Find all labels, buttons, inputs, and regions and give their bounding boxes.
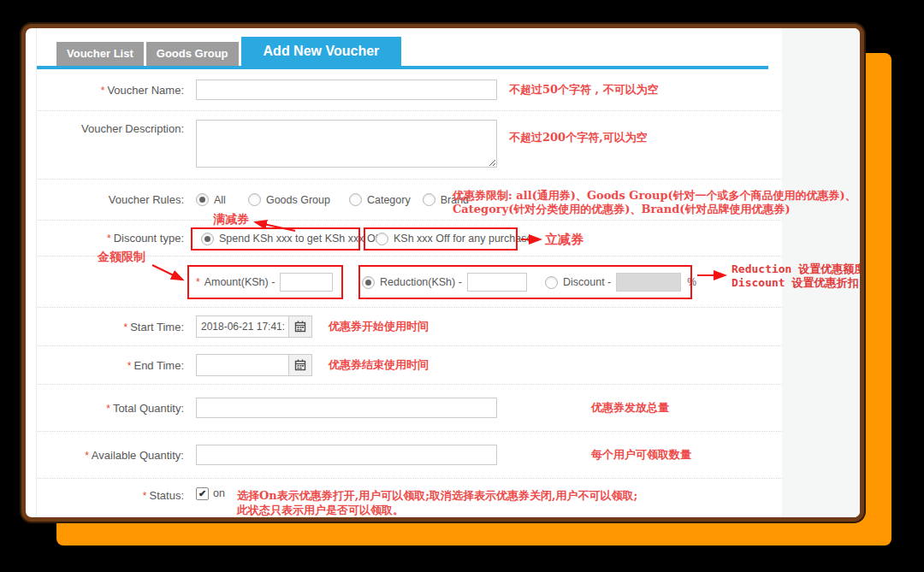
- required-marker: *: [107, 233, 111, 245]
- available-quantity-label: *Available Quantity:: [37, 449, 191, 462]
- tab-bar: Voucher List Goods Group Add New Voucher: [56, 37, 404, 66]
- discount-option-any-purchase[interactable]: KSh xxx Off for any purchase.: [376, 232, 536, 245]
- tab-goods-group[interactable]: Goods Group: [146, 42, 239, 66]
- status-annotation: 选择On表示优惠券打开,用户可以领取;取消选择表示优惠券关闭,用户不可以领取; …: [237, 488, 637, 517]
- reduction-input[interactable]: [467, 273, 527, 292]
- status-checkbox[interactable]: ✔: [196, 487, 209, 500]
- required-marker: *: [106, 403, 110, 415]
- rule-option-goods-group[interactable]: Goods Group: [248, 193, 330, 206]
- rule-option-category[interactable]: Category: [349, 193, 411, 206]
- required-marker: *: [85, 450, 89, 462]
- end-time-input[interactable]: [196, 354, 288, 376]
- required-marker: *: [123, 321, 127, 333]
- status-label: *Status:: [37, 487, 191, 502]
- start-time-label: *Start Time:: [37, 321, 191, 333]
- discount-label: Discount -: [563, 276, 611, 288]
- amount-input[interactable]: [280, 273, 333, 292]
- radio-brand[interactable]: [423, 193, 435, 206]
- calendar-icon: [294, 359, 306, 371]
- voucher-rules-options: All Goods Group Category Brand: [196, 193, 469, 206]
- voucher-name-annotation: 不超过50个字符 , 不可以为空: [509, 82, 659, 97]
- rule-option-brand[interactable]: Brand: [423, 193, 469, 206]
- voucher-description-label: Voucher Description:: [37, 120, 191, 135]
- required-marker: *: [143, 490, 147, 502]
- total-quantity-input[interactable]: [196, 398, 497, 418]
- radio-goods-group[interactable]: [248, 193, 261, 206]
- available-quantity-row: *Available Quantity: 每个用户可领取数量: [37, 432, 782, 479]
- reduction-group: Reduction(KSh) -: [362, 272, 527, 292]
- calendar-icon: [294, 321, 306, 333]
- end-time-row: *End Time: 优惠券结束使用时间: [37, 346, 782, 385]
- start-time-row: *Start Time: 优惠券开始使用时间: [37, 308, 782, 346]
- voucher-rules-row: Voucher Rules: All Goods Group Category …: [37, 180, 782, 221]
- discount-group: Discount - %: [545, 272, 696, 292]
- end-time-calendar-button[interactable]: [288, 354, 312, 376]
- end-time-annotation: 优惠券结束使用时间: [329, 357, 429, 373]
- rule-option-all[interactable]: All: [196, 193, 226, 206]
- start-time-annotation: 优惠券开始使用时间: [329, 319, 429, 334]
- radio-spend-to-get-off[interactable]: [201, 233, 214, 245]
- percent-sign: %: [687, 276, 696, 288]
- start-time-group: [196, 315, 312, 338]
- discount-input[interactable]: [616, 273, 681, 292]
- end-time-group: [196, 354, 312, 376]
- right-gutter-panel: [781, 28, 860, 517]
- app-window: Voucher List Goods Group Add New Voucher…: [21, 24, 864, 522]
- start-time-calendar-button[interactable]: [288, 315, 312, 338]
- status-row: *Status: ✔ on 选择On表示优惠券打开,用户可以领取;取消选择表示优…: [37, 479, 782, 522]
- amount-label: Amount(KSh) -: [204, 276, 275, 288]
- voucher-rules-label: Voucher Rules:: [37, 193, 191, 206]
- radio-all[interactable]: [196, 193, 209, 206]
- reduction-label: Reduction(KSh) -: [380, 276, 462, 288]
- discount-type-row: *Discount type: Spend KSh xxx to get KSh…: [37, 221, 782, 257]
- required-marker: *: [196, 276, 200, 288]
- total-quantity-annotation: 优惠券发放总量: [591, 400, 669, 416]
- radio-category[interactable]: [349, 193, 362, 206]
- discount-type-label: *Discount type:: [37, 232, 191, 245]
- add-voucher-form: *Voucher Name: 不超过50个字符 , 不可以为空 Voucher …: [37, 69, 782, 522]
- voucher-description-annotation: 不超过200个字符,可以为空: [509, 130, 648, 145]
- form-panel: Voucher List Goods Group Add New Voucher…: [36, 28, 782, 517]
- radio-off-any-purchase[interactable]: [376, 233, 388, 245]
- start-time-input[interactable]: [196, 315, 288, 338]
- amount-group: * Amount(KSh) -: [196, 272, 333, 292]
- required-marker: *: [101, 85, 105, 97]
- radio-discount[interactable]: [545, 276, 558, 289]
- voucher-name-row: *Voucher Name: 不超过50个字符 , 不可以为空: [37, 69, 782, 111]
- voucher-name-input[interactable]: [196, 80, 497, 100]
- total-quantity-row: *Total Quantity: 优惠券发放总量: [37, 385, 782, 432]
- required-marker: *: [127, 360, 132, 372]
- voucher-name-label: *Voucher Name:: [37, 84, 191, 97]
- tab-voucher-list[interactable]: Voucher List: [56, 42, 144, 66]
- voucher-description-row: Voucher Description: 不超过200个字符,可以为空: [37, 111, 782, 180]
- radio-reduction[interactable]: [362, 276, 375, 289]
- available-quantity-annotation: 每个用户可领取数量: [591, 447, 691, 463]
- discount-option-spend[interactable]: Spend KSh xxx to get KSh xxx Off.: [201, 232, 384, 245]
- available-quantity-input[interactable]: [196, 445, 497, 465]
- status-checkbox-label: on: [213, 487, 225, 499]
- end-time-label: *End Time:: [37, 359, 191, 372]
- total-quantity-label: *Total Quantity:: [37, 402, 191, 415]
- check-icon: ✔: [198, 488, 206, 498]
- tab-add-new-voucher[interactable]: Add New Voucher: [241, 37, 402, 66]
- amount-reduction-row: * Amount(KSh) - Reduction(KSh) - Discoun…: [37, 257, 782, 308]
- voucher-description-textarea[interactable]: [196, 120, 497, 168]
